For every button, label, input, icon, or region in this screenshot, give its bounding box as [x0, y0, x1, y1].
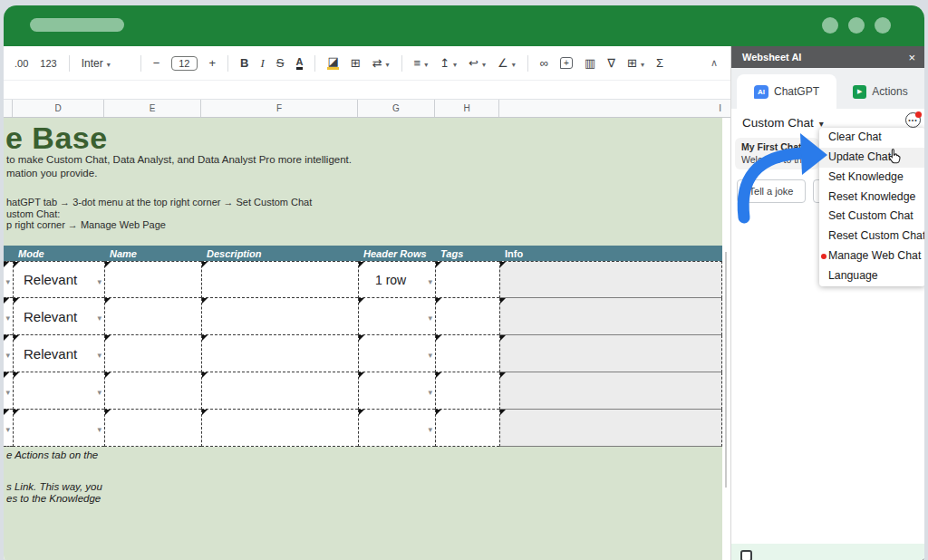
formula-bar[interactable]: [4, 80, 730, 100]
name-cell[interactable]: [104, 410, 201, 447]
tab-actions[interactable]: ▶ Actions: [836, 74, 924, 109]
dropdown-arrow-icon[interactable]: [428, 345, 435, 362]
dropdown-arrow-icon[interactable]: [5, 382, 13, 399]
tags-cell[interactable]: [435, 335, 499, 372]
menu-item-set-custom-chat[interactable]: Set Custom Chat: [819, 207, 924, 227]
insert-link-icon[interactable]: ∞: [540, 56, 548, 70]
vertical-align-icon[interactable]: ↥: [440, 56, 457, 70]
name-cell[interactable]: [104, 261, 201, 298]
column-header-f[interactable]: F: [201, 100, 358, 117]
stub-cell[interactable]: [4, 335, 13, 372]
text-wrap-icon[interactable]: ↩: [469, 56, 486, 70]
mode-cell[interactable]: Relevant: [13, 335, 104, 372]
stub-cell[interactable]: [4, 261, 13, 298]
dropdown-arrow-icon[interactable]: [428, 382, 435, 399]
tags-cell[interactable]: [435, 298, 499, 335]
description-cell[interactable]: [201, 372, 358, 410]
mode-cell[interactable]: [13, 372, 104, 410]
menu-item-reset-custom-chat[interactable]: Reset Custom Chat: [819, 227, 924, 246]
sheet-canvas[interactable]: e Base to make Custom Chat, Data Analyst…: [4, 118, 730, 560]
increase-font-size-button[interactable]: +: [209, 56, 217, 70]
text-rotation-icon[interactable]: ∠: [498, 56, 516, 70]
checkbox-icon[interactable]: [740, 550, 752, 560]
font-size-input[interactable]: 12: [171, 56, 197, 71]
column-header-d[interactable]: D: [13, 100, 104, 117]
name-cell[interactable]: [104, 298, 201, 335]
fill-color-icon[interactable]: ◪: [327, 56, 338, 70]
insert-comment-icon[interactable]: +: [560, 57, 573, 69]
tags-cell[interactable]: [435, 410, 499, 447]
decrease-font-size-button[interactable]: −: [153, 56, 160, 70]
collapse-toolbar-icon[interactable]: ∧: [710, 57, 718, 69]
column-header-i[interactable]: I: [499, 100, 730, 117]
menu-item-clear-chat[interactable]: Clear Chat: [819, 128, 924, 148]
name-cell[interactable]: [104, 372, 201, 410]
column-header-stub[interactable]: [4, 100, 13, 117]
dropdown-arrow-icon[interactable]: [5, 272, 13, 288]
name-cell[interactable]: [104, 335, 201, 372]
dropdown-arrow-icon[interactable]: [5, 308, 13, 324]
header-rows-cell[interactable]: 1 row: [358, 261, 435, 298]
menu-item-reset-knowledge[interactable]: Reset Knowledge: [819, 188, 924, 208]
dropdown-arrow-icon[interactable]: [428, 420, 435, 436]
dropdown-arrow-icon[interactable]: [97, 345, 104, 362]
number-format-button[interactable]: 123: [40, 58, 56, 69]
horizontal-align-icon[interactable]: ≡: [414, 56, 429, 70]
close-icon[interactable]: ×: [908, 51, 915, 64]
description-cell[interactable]: [201, 298, 358, 335]
header-rows-cell[interactable]: [358, 372, 435, 410]
stub-cell[interactable]: [4, 298, 13, 335]
vertical-scrollbar[interactable]: [722, 118, 730, 560]
merge-cells-icon[interactable]: ⇄: [372, 56, 390, 70]
window-control-icon[interactable]: [822, 17, 838, 34]
pivot-table-icon[interactable]: ⊞: [627, 56, 644, 70]
window-control-icon[interactable]: [848, 17, 865, 34]
font-family-select[interactable]: Inter: [82, 57, 129, 70]
tags-cell[interactable]: [435, 261, 499, 298]
mode-cell[interactable]: Relevant: [13, 261, 104, 298]
borders-icon[interactable]: ⊞: [351, 56, 361, 70]
menu-item-update-chat[interactable]: Update Chat: [819, 148, 924, 168]
dropdown-arrow-icon[interactable]: [428, 308, 435, 324]
scrollbar-thumb[interactable]: [725, 252, 727, 488]
strikethrough-button[interactable]: S: [276, 56, 285, 70]
italic-button[interactable]: I: [260, 56, 264, 71]
column-header-e[interactable]: E: [104, 100, 201, 117]
dropdown-arrow-icon[interactable]: [5, 420, 13, 436]
menu-item-language[interactable]: Language: [819, 266, 924, 286]
stub-cell[interactable]: [4, 372, 13, 410]
insert-chart-icon[interactable]: ▥: [585, 56, 595, 70]
description-cell[interactable]: [201, 410, 358, 447]
dropdown-arrow-icon[interactable]: [97, 420, 104, 436]
column-header-h[interactable]: H: [435, 100, 499, 117]
window-control-icon[interactable]: [875, 17, 891, 34]
dropdown-arrow-icon[interactable]: [97, 272, 104, 288]
header-rows-cell[interactable]: [358, 298, 435, 335]
text-color-button[interactable]: A: [296, 57, 304, 70]
dropdown-arrow-icon[interactable]: [5, 345, 13, 362]
dropdown-arrow-icon[interactable]: [97, 308, 104, 324]
header-rows-cell[interactable]: [358, 335, 435, 372]
dropdown-arrow-icon[interactable]: [428, 272, 435, 288]
create-filter-icon[interactable]: ∇: [607, 56, 615, 70]
description-cell[interactable]: [201, 335, 358, 372]
stub-cell[interactable]: [4, 410, 13, 447]
menu-item-set-knowledge[interactable]: Set Knowledge: [819, 168, 924, 188]
functions-icon[interactable]: Σ: [656, 56, 663, 70]
more-options-icon[interactable]: •••: [905, 112, 921, 128]
suggestion-button[interactable]: Tell a joke: [737, 179, 806, 203]
dropdown-arrow-icon[interactable]: [97, 382, 104, 399]
description-cell[interactable]: [201, 261, 358, 298]
tab-chatgpt[interactable]: AI ChatGPT: [737, 74, 836, 109]
mode-cell[interactable]: Relevant: [13, 298, 104, 335]
chat-mode-dropdown[interactable]: Custom Chat: [742, 116, 824, 130]
column-header-g[interactable]: G: [358, 100, 435, 117]
window-controls[interactable]: [822, 17, 891, 34]
decrease-decimal-button[interactable]: .00: [14, 58, 28, 69]
mode-cell[interactable]: [13, 410, 104, 447]
bold-button[interactable]: B: [240, 56, 248, 70]
menu-item-manage-web-chat[interactable]: Manage Web Chat: [819, 246, 924, 266]
tags-cell[interactable]: [435, 372, 499, 410]
chat-preview-card[interactable]: My First Chat B Welcome to the: [735, 138, 819, 169]
header-rows-cell[interactable]: [358, 410, 435, 447]
